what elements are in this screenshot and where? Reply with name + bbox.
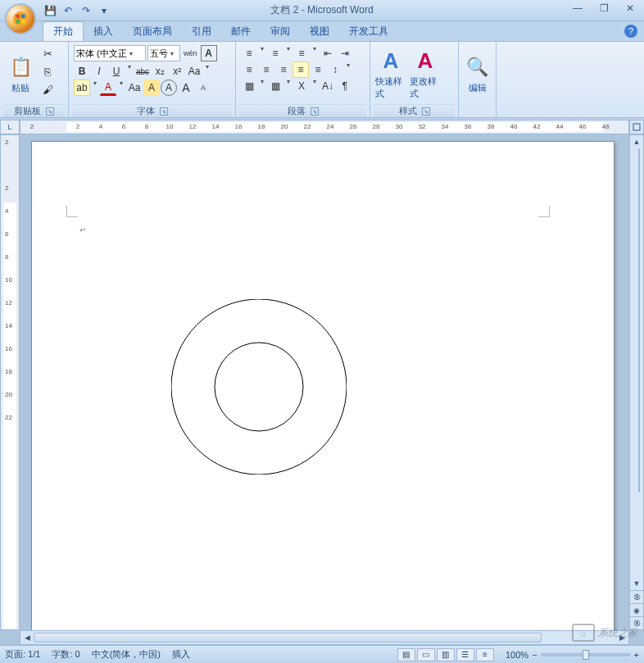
tab-selector-button[interactable]: L	[0, 120, 20, 134]
horizontal-ruler[interactable]: 2246810121416182022242628303234363840424…	[20, 120, 629, 134]
shrink-font-button[interactable]: A	[195, 79, 211, 96]
zoom-in-button[interactable]: +	[634, 650, 639, 660]
shading-button[interactable]: ▦	[241, 78, 257, 94]
qat-save-button[interactable]: 💾	[43, 3, 57, 18]
enclose-char-button[interactable]: A	[161, 79, 177, 96]
tab-insert[interactable]: 插入	[84, 22, 123, 41]
status-page[interactable]: 页面: 1/1	[5, 648, 40, 661]
document-viewport[interactable]: ↵	[20, 134, 629, 630]
horizontal-scrollbar[interactable]: ◀ ▶	[20, 630, 629, 645]
superscript-button[interactable]: x²	[169, 63, 185, 79]
vscroll-thumb[interactable]	[638, 148, 640, 493]
zoom-out-button[interactable]: −	[532, 650, 537, 660]
zoom-slider[interactable]	[541, 653, 631, 656]
window-controls: — ❐ ✕	[569, 2, 639, 15]
minimize-button[interactable]: —	[569, 2, 587, 15]
paste-button[interactable]: 📋 粘贴	[3, 43, 38, 104]
scroll-up-button[interactable]: ▲	[630, 135, 643, 148]
view-full-screen[interactable]: ▭	[417, 648, 435, 661]
line-spacing-button[interactable]: ↕	[327, 61, 343, 78]
tab-developer[interactable]: 开发工具	[339, 22, 398, 41]
styles-launcher[interactable]: ↘	[422, 107, 430, 116]
quick-styles-icon: A	[378, 48, 404, 74]
help-button[interactable]: ?	[624, 25, 637, 38]
multilevel-button[interactable]: ≡	[293, 45, 310, 61]
scroll-left-button[interactable]: ◀	[20, 631, 34, 644]
browse-object-button[interactable]: ◉	[630, 603, 643, 616]
align-center-button[interactable]: ≡	[258, 61, 274, 78]
view-outline[interactable]: ☰	[456, 648, 474, 661]
tab-references[interactable]: 引用	[182, 22, 221, 41]
svg-rect-5	[633, 124, 640, 130]
underline-dropdown[interactable]: ▾	[125, 63, 134, 79]
vertical-ruler[interactable]: 2246810121416182022	[0, 134, 20, 630]
clipboard-launcher[interactable]: ↘	[46, 107, 54, 116]
align-justify-button[interactable]: ≡	[293, 61, 309, 78]
view-print-layout[interactable]: ▤	[397, 648, 415, 661]
svg-point-0	[13, 11, 28, 26]
office-button[interactable]	[5, 3, 36, 34]
font-color-button[interactable]: A	[100, 79, 116, 96]
tab-page-layout[interactable]: 页面布局	[123, 22, 182, 41]
tab-home[interactable]: 开始	[43, 21, 84, 41]
align-distributed-button[interactable]: ≡	[310, 61, 326, 78]
highlight-button[interactable]: ab	[74, 79, 90, 96]
vertical-scrollbar[interactable]: ▲ ▼ ⦿ ◉ ⦿	[629, 134, 644, 630]
change-styles-button[interactable]: A 更改样式	[408, 43, 442, 104]
cut-button[interactable]: ✂	[39, 45, 56, 61]
scroll-down-button[interactable]: ▼	[630, 577, 643, 590]
paste-icon: 📋	[7, 54, 34, 80]
hscroll-thumb[interactable]	[34, 633, 542, 643]
borders-button[interactable]: ▦	[267, 78, 283, 94]
qat-redo-button[interactable]: ↷	[79, 3, 93, 18]
char-border-button[interactable]: A	[201, 45, 217, 61]
numbering-button[interactable]: ≡	[267, 45, 283, 61]
status-word-count[interactable]: 字数: 0	[52, 648, 79, 661]
asian-layout-button[interactable]: X	[293, 78, 310, 94]
font-size-combo[interactable]: 五号▾	[147, 45, 180, 61]
view-web-layout[interactable]: ▥	[437, 648, 455, 661]
tab-view[interactable]: 视图	[300, 22, 339, 41]
status-insert-mode[interactable]: 插入	[172, 648, 190, 661]
zoom-knob[interactable]	[583, 650, 589, 660]
para-launcher[interactable]: ↘	[311, 107, 319, 116]
italic-button[interactable]: I	[91, 63, 107, 79]
change-case-button[interactable]: Aa	[186, 63, 202, 79]
change-styles-icon: A	[412, 48, 438, 74]
increase-indent-button[interactable]: ⇥	[337, 45, 353, 61]
font-launcher[interactable]: ↘	[160, 107, 168, 116]
show-marks-button[interactable]: ¶	[337, 78, 353, 94]
tab-review[interactable]: 审阅	[261, 22, 300, 41]
status-language[interactable]: 中文(简体，中国)	[92, 648, 161, 661]
close-button[interactable]: ✕	[621, 2, 639, 15]
align-right-button[interactable]: ≡	[275, 61, 292, 78]
bold-button[interactable]: B	[74, 63, 90, 79]
qat-customize-button[interactable]: ▾	[97, 3, 111, 18]
align-left-button[interactable]: ≡	[241, 61, 257, 78]
font-name-combo[interactable]: 宋体 (中文正▾	[74, 45, 146, 61]
view-buttons: ▤ ▭ ▥ ☰ ≡	[397, 648, 494, 661]
strikethrough-button[interactable]: abc	[134, 63, 151, 79]
qat-undo-button[interactable]: ↶	[61, 3, 75, 18]
quick-styles-button[interactable]: A 快速样式	[374, 43, 408, 104]
svg-point-7	[215, 343, 303, 431]
maximize-button[interactable]: ❐	[595, 2, 613, 15]
sort-button[interactable]: A↓	[320, 78, 336, 94]
grow-font-button[interactable]: A	[178, 79, 194, 96]
subscript-button[interactable]: x₂	[152, 63, 168, 79]
decrease-indent-button[interactable]: ⇤	[320, 45, 336, 61]
underline-button[interactable]: U	[108, 63, 125, 79]
char-scale-button[interactable]: Aa	[126, 79, 143, 96]
bullets-button[interactable]: ≡	[241, 45, 257, 61]
zoom-percent[interactable]: 100%	[506, 650, 528, 660]
prev-page-button[interactable]: ⦿	[630, 590, 643, 603]
format-painter-button[interactable]: 🖌	[39, 81, 56, 98]
pinyin-guide-button[interactable]: wén	[182, 45, 199, 61]
char-shading-button[interactable]: A	[143, 79, 160, 96]
view-draft[interactable]: ≡	[476, 648, 494, 661]
donut-shape[interactable]	[171, 299, 347, 475]
ruler-toggle-button[interactable]	[629, 120, 644, 134]
tab-mailings[interactable]: 邮件	[221, 22, 261, 41]
copy-button[interactable]: ⎘	[39, 63, 56, 79]
editing-button[interactable]: 🔍 编辑	[462, 43, 492, 104]
